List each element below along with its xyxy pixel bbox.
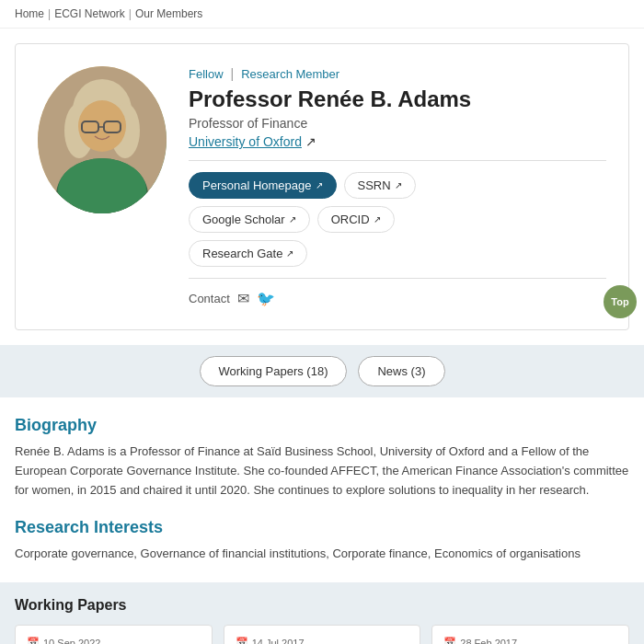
paper-card-3: 📅 28 Feb 2017 Good News for Some Banks R…: [431, 625, 629, 644]
twitter-icon[interactable]: 🐦: [257, 290, 275, 307]
research-interests-text: Corporate governance, Governance of fina…: [15, 545, 629, 564]
breadcrumb-home[interactable]: Home: [15, 7, 44, 20]
papers-grid: 📅 10 Sep 2022 The Culture of the Finance…: [15, 625, 629, 644]
orcid-link[interactable]: ORCID ↗: [317, 206, 395, 233]
tabs-section: Working Papers (18) News (3): [0, 345, 644, 397]
breadcrumb: Home | ECGI Network | Our Members: [0, 0, 644, 29]
biography-section: Biography Renée B. Adams is a Professor …: [0, 397, 644, 518]
research-interests-section: Research Interests Corporate governance,…: [0, 518, 644, 582]
tab-working-papers[interactable]: Working Papers (18): [200, 356, 348, 386]
personal-homepage-link[interactable]: Personal Homepage ↗: [189, 172, 337, 199]
ssrn-link[interactable]: SSRN ↗: [344, 172, 416, 199]
external-link-icon: ↗: [374, 214, 381, 224]
paper-card-1: 📅 10 Sep 2022 The Culture of the Finance…: [15, 625, 213, 644]
biography-title: Biography: [15, 416, 629, 435]
profile-info: Fellow | Research Member Professor Renée…: [189, 66, 606, 307]
profile-badges: Fellow | Research Member: [189, 66, 606, 81]
profile-card: Fellow | Research Member Professor Renée…: [15, 43, 629, 330]
profile-links-row2: Google Scholar ↗ ORCID ↗: [189, 206, 606, 233]
profile-divider-2: [189, 278, 606, 279]
paper-date-2: 📅 14 Jul 2017: [236, 637, 409, 644]
badge-member: Research Member: [241, 67, 339, 81]
external-link-icon: ↗: [289, 214, 296, 224]
paper-date-1: 📅 10 Sep 2022: [27, 637, 201, 644]
external-link-icon: ↗: [286, 248, 293, 259]
google-scholar-link[interactable]: Google Scholar ↗: [189, 206, 310, 233]
badge-fellow: Fellow: [189, 67, 224, 81]
contact-label: Contact: [189, 292, 230, 305]
paper-date-3: 📅 28 Feb 2017: [443, 637, 617, 644]
calendar-icon: 📅: [443, 637, 456, 644]
top-button[interactable]: Top: [604, 285, 637, 318]
profile-links: Personal Homepage ↗ SSRN ↗: [189, 172, 606, 199]
research-interests-title: Research Interests: [15, 518, 629, 537]
paper-card-2: 📅 14 Jul 2017 Boards, and the Directors …: [224, 625, 421, 644]
profile-links-row3: Research Gate ↗: [189, 240, 606, 267]
external-link-icon: ↗: [395, 180, 402, 190]
working-papers-section: Working Papers 📅 10 Sep 2022 The Culture…: [0, 582, 644, 644]
breadcrumb-members[interactable]: Our Members: [135, 7, 202, 20]
email-icon[interactable]: ✉: [237, 290, 249, 307]
tab-news[interactable]: News (3): [358, 356, 444, 386]
profile-photo: [38, 66, 167, 213]
contact-row: Contact ✉ 🐦: [189, 290, 606, 307]
research-gate-link[interactable]: Research Gate ↗: [189, 240, 307, 267]
profile-title: Professor of Finance: [189, 116, 606, 131]
external-link-icon: ↗: [316, 180, 323, 190]
breadcrumb-ecgi[interactable]: ECGI Network: [54, 7, 125, 20]
working-papers-title: Working Papers: [15, 597, 629, 614]
svg-point-6: [78, 100, 126, 152]
institution-link[interactable]: University of Oxford: [189, 134, 302, 149]
profile-divider: [189, 160, 606, 161]
biography-text: Renée B. Adams is a Professor of Finance…: [15, 443, 629, 500]
profile-name: Professor Renée B. Adams: [189, 86, 606, 112]
calendar-icon: 📅: [27, 637, 40, 644]
calendar-icon: 📅: [236, 637, 248, 644]
profile-institution: University of Oxford ↗: [189, 134, 606, 149]
